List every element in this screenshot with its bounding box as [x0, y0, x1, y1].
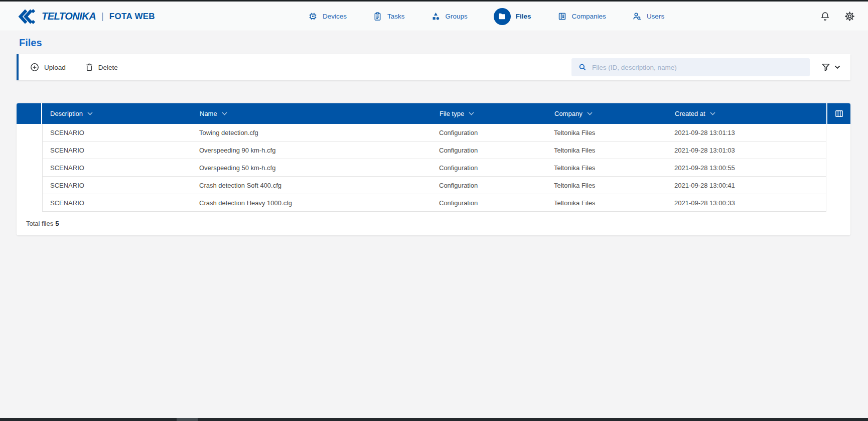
columns-icon: [834, 109, 844, 118]
chevron-down-icon: [834, 65, 840, 69]
column-header-file-type[interactable]: File type: [431, 103, 546, 124]
navbar: TELTONIKA | FOTA WEB Devices: [0, 2, 868, 31]
cell-file-type: Configuration: [431, 124, 546, 141]
column-header-name[interactable]: Name: [192, 103, 431, 124]
column-header-label: Description: [50, 110, 83, 117]
filter-button[interactable]: [821, 54, 840, 80]
cell-file-type: Configuration: [431, 194, 546, 211]
sort-chevron-icon: [587, 112, 593, 115]
nav-item-companies[interactable]: Companies: [557, 12, 606, 21]
cell-name: Crash detection Heavy 1000.cfg: [192, 194, 431, 211]
delete-button[interactable]: Delete: [85, 63, 118, 72]
cell-description: SCENARIO: [43, 142, 192, 159]
plus-circle-icon: [30, 62, 40, 72]
nav-item-devices[interactable]: Devices: [308, 12, 347, 21]
notifications-button[interactable]: [820, 11, 830, 22]
table-row[interactable]: SCENARIO Crash detection Soft 400.cfg Co…: [43, 177, 826, 194]
nav-label: Groups: [446, 13, 468, 20]
table-row[interactable]: SCENARIO Overspeeding 90 km-h.cfg Config…: [43, 142, 826, 159]
column-settings-button[interactable]: [827, 103, 850, 124]
search-icon: [578, 63, 587, 72]
gear-icon: [844, 11, 855, 22]
table-body: SCENARIO Towing detection.cfg Configurat…: [42, 124, 826, 212]
total-files-value: 5: [55, 220, 59, 227]
column-header-label: Name: [200, 110, 217, 117]
trash-icon: [85, 63, 94, 72]
cell-name: Overspeeding 90 km-h.cfg: [192, 142, 431, 159]
taskbar-highlight: [177, 418, 198, 421]
nav-item-tasks[interactable]: Tasks: [373, 12, 405, 21]
cell-description: SCENARIO: [43, 194, 192, 211]
cell-created-at: 2021-09-28 13:00:41: [667, 177, 826, 194]
delete-label: Delete: [98, 64, 118, 71]
table-row[interactable]: SCENARIO Towing detection.cfg Configurat…: [43, 124, 826, 142]
column-header-company[interactable]: Company: [546, 103, 667, 124]
product-name: FOTA WEB: [109, 12, 155, 22]
cell-name: Crash detection Soft 400.cfg: [192, 177, 431, 194]
cell-file-type: Configuration: [431, 159, 546, 176]
toolbar: Upload Delete: [17, 54, 850, 80]
nav-item-files[interactable]: Files: [494, 8, 531, 25]
cell-file-type: Configuration: [431, 142, 546, 159]
table-row[interactable]: SCENARIO Overspeeding 50 km-h.cfg Config…: [43, 159, 826, 177]
settings-button[interactable]: [844, 11, 855, 22]
cell-description: SCENARIO: [43, 159, 192, 176]
column-header-label: File type: [440, 110, 464, 117]
sort-chevron-icon: [469, 112, 474, 115]
chip-icon: [308, 12, 318, 21]
sort-chevron-icon: [87, 112, 93, 115]
nav-label: Tasks: [387, 13, 405, 20]
cell-created-at: 2021-09-28 13:00:55: [667, 159, 826, 176]
nav-label: Companies: [572, 13, 606, 20]
cell-company: Teltonika Files: [546, 177, 667, 194]
brand-divider: |: [101, 11, 104, 22]
sort-chevron-icon: [222, 112, 227, 115]
nav-item-users[interactable]: Users: [632, 12, 664, 21]
sort-chevron-icon: [710, 112, 715, 115]
total-files-label: Total files: [26, 220, 53, 227]
cell-created-at: 2021-09-28 13:01:13: [667, 124, 826, 141]
bottom-taskbar: [0, 418, 868, 421]
folder-icon: [498, 12, 506, 21]
page-title: Files: [19, 37, 42, 49]
nav-label: Files: [516, 13, 531, 20]
building-icon: [557, 12, 567, 21]
search-input[interactable]: [592, 58, 810, 76]
table-header-columns: Description Name File type Company: [42, 103, 826, 124]
teltonika-logo-icon: [18, 9, 37, 24]
cell-name: Towing detection.cfg: [192, 124, 431, 141]
brand-name: TELTONIKA: [42, 11, 96, 22]
upload-label: Upload: [44, 64, 66, 71]
cell-created-at: 2021-09-28 13:00:33: [667, 194, 826, 211]
active-nav-bubble: [494, 8, 511, 25]
column-header-description[interactable]: Description: [42, 103, 192, 124]
column-header-label: Created at: [675, 110, 705, 117]
nav-label: Devices: [323, 13, 347, 20]
cell-description: SCENARIO: [43, 177, 192, 194]
select-column-header: [17, 103, 41, 124]
cell-description: SCENARIO: [43, 124, 192, 141]
main-nav: Devices Tasks Groups: [308, 2, 664, 31]
files-table: Description Name File type Company: [17, 103, 850, 235]
upload-button[interactable]: Upload: [30, 62, 66, 72]
cell-file-type: Configuration: [431, 177, 546, 194]
user-search-icon: [632, 12, 642, 21]
cell-created-at: 2021-09-28 13:01:03: [667, 142, 826, 159]
table-row[interactable]: SCENARIO Crash detection Heavy 1000.cfg …: [43, 194, 826, 212]
bell-icon: [820, 11, 830, 22]
column-header-label: Company: [554, 110, 583, 117]
cell-name: Overspeeding 50 km-h.cfg: [192, 159, 431, 176]
search-input-wrapper: [571, 58, 810, 76]
column-header-created-at[interactable]: Created at: [667, 103, 826, 124]
nav-label: Users: [647, 13, 664, 20]
clipboard-icon: [373, 12, 382, 21]
shapes-icon: [431, 12, 441, 21]
cell-company: Teltonika Files: [546, 159, 667, 176]
cell-company: Teltonika Files: [546, 124, 667, 141]
funnel-icon: [821, 62, 831, 72]
cell-company: Teltonika Files: [546, 194, 667, 211]
cell-company: Teltonika Files: [546, 142, 667, 159]
nav-item-groups[interactable]: Groups: [431, 12, 468, 21]
brand-logo[interactable]: TELTONIKA | FOTA WEB: [18, 2, 155, 31]
table-footer: Total files 5: [17, 212, 850, 235]
